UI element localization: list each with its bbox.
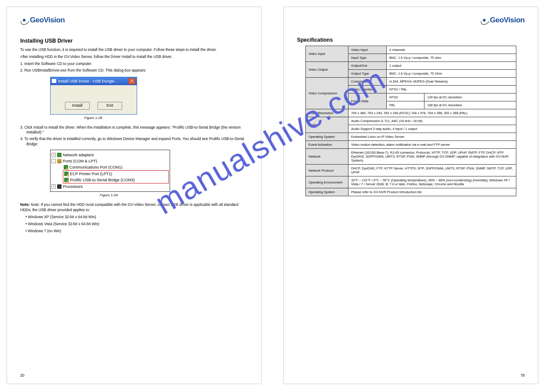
spec-cell: Audio Compression G.711, AAC (16 kHz / 1… — [348, 117, 516, 125]
spec-cell: Audio — [306, 117, 348, 133]
logo-eye-icon — [480, 18, 488, 23]
install-dialog: Install USB Driver - USB Dongle ... × In… — [50, 77, 137, 115]
spec-cell: Compression — [348, 78, 387, 86]
note-bullet-b: • Windows Vista (Service 32-bit x 64-bit… — [25, 222, 248, 227]
spec-cell: Operating System — [306, 133, 348, 141]
spec-cell: Video Output — [306, 62, 348, 78]
spec-cell: Ethernet (10/100 Base-T), RJ-45 connecto… — [348, 149, 516, 165]
com-port-icon — [64, 165, 68, 169]
app-icon — [52, 79, 56, 83]
spec-cell: Video Resolution — [306, 109, 348, 117]
spec-cell: Video Compression — [306, 78, 348, 109]
table-row: Network Ethernet (10/100 Base-T), RJ-45 … — [306, 149, 516, 165]
logo-text: GeoVision — [490, 16, 525, 25]
spec-cell: Network Protocol — [306, 165, 348, 176]
table-row: Audio Audio Compression G.711, AAC (16 k… — [306, 117, 516, 125]
spec-cell: Video Standard — [348, 86, 387, 94]
table-row: Event Activation Video motion detection,… — [306, 141, 516, 149]
tree-row-network: + Network adapters — [51, 152, 169, 158]
exit-button[interactable]: Exit — [98, 102, 122, 110]
table-row: Video Compression Compression H.264, MPE… — [306, 78, 516, 86]
dialog-title-text: Install USB Driver - USB Dongle ... — [58, 79, 119, 83]
spec-table: Video Input Video Input 4 channels Input… — [305, 46, 516, 196]
spec-cell: BNC, 1.0 Vp-p / composite, 75 Ohm — [387, 70, 516, 78]
step-2: 2. Run USBInstallDriver.exe from the Sof… — [26, 68, 248, 73]
adapter-icon — [57, 153, 62, 157]
spec-cell: 704 x 480, 704 x 240, 352 x 240 (NTSC) 7… — [348, 109, 516, 117]
spec-cell: Audio Support 2-way audio, 4 input / 1 o… — [348, 125, 516, 133]
processor-icon — [57, 184, 62, 189]
spec-cell: Network — [306, 149, 348, 165]
spec-cell: Input Type — [348, 54, 387, 62]
figure-caption-1: Figure 1-28 — [50, 116, 136, 120]
logo-eye-icon — [20, 18, 28, 23]
spec-cell: Operating System — [306, 188, 348, 196]
spec-cell: Output Type — [348, 70, 387, 78]
table-row: Operating System Please refer to GV-NVR … — [306, 188, 516, 196]
logo-text: GeoVision — [30, 16, 65, 25]
device-tree: + Network adapters - Ports (COM & LPT) C… — [50, 150, 170, 192]
spec-cell: 120 fps at D1 resolution — [424, 94, 516, 101]
intro-1: To use the USB function, it is required … — [20, 47, 248, 53]
spec-cell: 4 channels — [387, 46, 516, 54]
section-title: Installing USB Driver — [20, 38, 248, 44]
spec-cell: Operating Environment — [306, 176, 348, 188]
tree-label: ECP Printer Port (LPT1) — [70, 171, 112, 177]
install-button[interactable]: Install — [65, 102, 90, 110]
spec-cell: 100 fps at D1 resolution — [424, 101, 516, 109]
spec-cell: DHCP, DynDNS, FTP, HTTP Server, HTTPS, N… — [348, 165, 516, 176]
expand-icon[interactable]: + — [51, 184, 56, 189]
dialog-body: Install Exit — [51, 85, 137, 114]
table-row: Video Input Video Input 4 channels — [306, 46, 516, 54]
table-row: Video Output Output/Out 1 output — [306, 62, 516, 70]
logo-left: GeoVision — [20, 16, 248, 25]
tree-label: Network adapters — [63, 152, 94, 158]
page-right: GeoVision Specifications Video Input Vid… — [283, 7, 538, 384]
spec-cell: NTSC / PAL — [387, 86, 516, 94]
usb-serial-icon — [64, 178, 69, 182]
ports-icon — [57, 159, 62, 163]
spec-cell: 32°F ~ 131°F / 0°C ~ 55°C (Operating tem… — [348, 176, 516, 188]
tree-row-processors: + Processors — [51, 183, 169, 190]
tree-label: Communications Port (COM1) — [69, 164, 123, 170]
spec-cell: Output/Out — [348, 62, 387, 70]
spec-cell: BNC, 1.0 Vp-p / composite, 75 ohm — [387, 54, 516, 62]
highlight-box: ECP Printer Port (LPT1) Prolific USB-to-… — [63, 170, 169, 183]
note-bullet-c: • Windows 7 (no Win) — [25, 229, 248, 234]
page-left: GeoVision Installing USB Driver To use t… — [7, 7, 261, 384]
figure-caption-2: Figure 1-29 — [50, 193, 167, 197]
step-4: 4. To verify that the driver is installe… — [26, 137, 248, 147]
table-row: Operating Environment 32°F ~ 131°F / 0°C… — [306, 176, 516, 188]
spec-cell: Video Input — [306, 46, 348, 62]
logo-right: GeoVision — [297, 16, 525, 25]
spec-cell: Event Activation — [306, 141, 348, 149]
page-number: 79 — [521, 373, 525, 378]
printer-port-icon — [64, 172, 69, 176]
spec-cell: PAL — [387, 101, 424, 109]
note-block: Note: Note: If you cannot find the HDD m… — [20, 202, 248, 213]
spec-cell: Video motion detection, alarm notificati… — [348, 141, 516, 149]
tree-label: Ports (COM & LPT) — [63, 158, 97, 164]
note-bullet-a: • Windows XP (Service 32-bit x 64-bit Wi… — [25, 215, 248, 220]
close-icon[interactable]: × — [128, 78, 135, 84]
step-3: 3. Click Install to install the driver. … — [26, 125, 248, 136]
step-1: 1. Insert the Software CD to your comput… — [26, 61, 248, 67]
spec-cell: 1 output — [387, 62, 516, 70]
tree-label: Prolific USB-to-Serial Bridge (COM3) — [70, 177, 135, 183]
dialog-titlebar: Install USB Driver - USB Dongle ... × — [51, 77, 137, 85]
tree-row-ports: - Ports (COM & LPT) — [51, 158, 169, 164]
intro-2: After installing HDD in the GV-Video Ser… — [20, 54, 248, 60]
tree-label: Processors — [63, 183, 83, 190]
spec-cell: Please refer to GV-NVR Product Introduct… — [348, 188, 516, 196]
spec-cell: Frame Rate — [348, 94, 387, 109]
page-number: 20 — [20, 373, 24, 378]
tree-row-com1: Communications Port (COM1) — [51, 164, 169, 170]
spec-cell: H.264, MPEG4, MJPEG (Dual Streams) — [387, 78, 516, 86]
spec-cell: NTSC — [387, 94, 424, 101]
collapse-icon[interactable]: - — [51, 159, 56, 163]
tree-row-bridge: Prolific USB-to-Serial Bridge (COM3) — [64, 177, 167, 183]
spec-cell: Video Input — [348, 46, 387, 54]
table-row: Video Resolution 704 x 480, 704 x 240, 3… — [306, 109, 516, 117]
spec-title: Specifications — [297, 37, 525, 43]
expand-icon[interactable]: + — [51, 153, 56, 157]
